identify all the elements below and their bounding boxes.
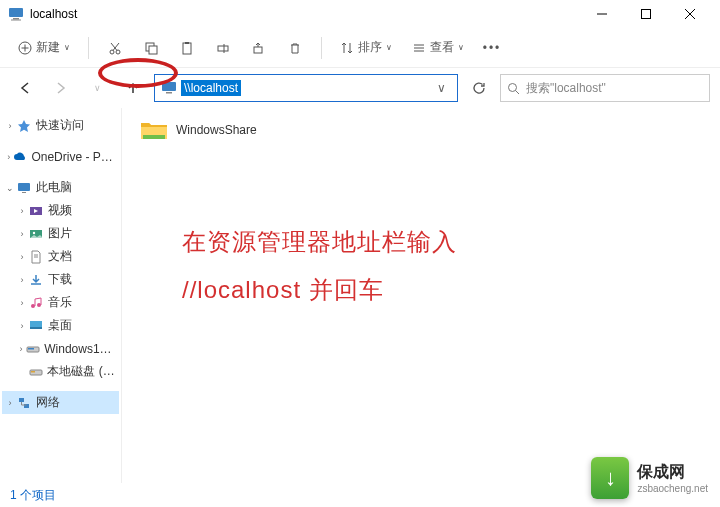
sidebar-item-videos[interactable]: › 视频 <box>2 199 119 222</box>
minimize-button[interactable] <box>580 0 624 28</box>
new-button[interactable]: 新建 ∨ <box>10 33 78 63</box>
cut-button[interactable] <box>99 33 131 63</box>
sidebar-item-network[interactable]: › 网络 <box>2 391 119 414</box>
monitor-icon <box>161 80 177 96</box>
view-button[interactable]: 查看 ∨ <box>404 33 472 63</box>
sort-button[interactable]: 排序 ∨ <box>332 33 400 63</box>
shared-folder-icon <box>140 119 168 141</box>
back-button[interactable] <box>10 73 40 103</box>
search-box[interactable]: 搜索"localhost" <box>500 74 710 102</box>
search-icon <box>507 82 520 95</box>
caret-icon: › <box>16 321 28 331</box>
sidebar-item-drive-d[interactable]: 本地磁盘 (D:) <box>2 360 119 383</box>
caret-icon: › <box>4 152 13 162</box>
maximize-button[interactable] <box>624 0 668 28</box>
status-text: 1 个项目 <box>10 487 56 504</box>
rename-button[interactable] <box>207 33 239 63</box>
svg-rect-40 <box>28 348 34 350</box>
desktop-icon <box>28 318 44 334</box>
chevron-down-icon: ∨ <box>386 43 392 52</box>
plus-circle-icon <box>18 41 32 55</box>
address-value: \\localhost <box>181 80 241 96</box>
folder-label: WindowsShare <box>176 123 257 137</box>
window-controls <box>580 0 712 28</box>
annotation-text: 在资源管理器地址栏输入 //localhost 并回车 <box>182 218 457 314</box>
svg-rect-4 <box>642 10 651 19</box>
sort-icon <box>340 41 354 55</box>
svg-rect-45 <box>143 135 165 139</box>
folder-item[interactable]: WindowsShare <box>138 116 704 144</box>
share-icon <box>252 41 266 55</box>
video-icon <box>28 203 44 219</box>
caret-icon: › <box>16 298 28 308</box>
svg-rect-42 <box>31 371 35 373</box>
network-icon <box>16 395 32 411</box>
up-button[interactable] <box>118 73 148 103</box>
drive-icon <box>28 364 44 380</box>
caret-icon: › <box>16 206 28 216</box>
sidebar-item-downloads[interactable]: › 下载 <box>2 268 119 291</box>
svg-rect-15 <box>149 46 157 54</box>
window-title: localhost <box>30 7 77 21</box>
svg-rect-20 <box>254 47 262 53</box>
close-button[interactable] <box>668 0 712 28</box>
watermark-url: zsbaocheng.net <box>637 483 708 494</box>
download-icon <box>28 272 44 288</box>
sidebar-item-desktop[interactable]: › 桌面 <box>2 314 119 337</box>
view-label: 查看 <box>430 39 454 56</box>
sidebar-item-this-pc[interactable]: ⌄ 此电脑 <box>2 176 119 199</box>
more-button[interactable]: ••• <box>476 33 508 63</box>
rename-icon <box>216 41 230 55</box>
tree-label: 桌面 <box>48 317 72 334</box>
sidebar-item-pictures[interactable]: › 图片 <box>2 222 119 245</box>
cloud-icon <box>13 149 27 165</box>
address-bar[interactable]: \\localhost ∨ <box>154 74 458 102</box>
tree-label: Windows10 (C:) <box>44 342 117 356</box>
tree-label: 文档 <box>48 248 72 265</box>
svg-rect-25 <box>166 92 172 94</box>
svg-point-35 <box>31 304 35 308</box>
copy-button[interactable] <box>135 33 167 63</box>
svg-rect-28 <box>18 183 30 191</box>
refresh-button[interactable] <box>464 74 494 102</box>
tree-label: 视频 <box>48 202 72 219</box>
share-button[interactable] <box>243 33 275 63</box>
svg-rect-2 <box>11 20 21 21</box>
tree-label: 此电脑 <box>36 179 72 196</box>
watermark-logo-icon <box>591 457 629 499</box>
forward-button[interactable] <box>46 73 76 103</box>
watermark: 保成网 zsbaocheng.net <box>591 457 708 499</box>
delete-button[interactable] <box>279 33 311 63</box>
svg-point-26 <box>509 83 517 91</box>
caret-icon: › <box>16 229 28 239</box>
tree-label: 网络 <box>36 394 60 411</box>
recent-button[interactable]: ∨ <box>82 73 112 103</box>
chevron-down-icon: ∨ <box>94 83 101 93</box>
monitor-icon <box>16 180 32 196</box>
chevron-down-icon: ∨ <box>64 43 70 52</box>
new-label: 新建 <box>36 39 60 56</box>
svg-rect-38 <box>30 327 42 329</box>
svg-rect-43 <box>19 398 24 402</box>
paste-button[interactable] <box>171 33 203 63</box>
tree-label: 快速访问 <box>36 117 84 134</box>
sidebar-item-music[interactable]: › 音乐 <box>2 291 119 314</box>
svg-rect-16 <box>183 43 191 54</box>
sidebar-item-documents[interactable]: › 文档 <box>2 245 119 268</box>
sidebar-item-drive-c[interactable]: › Windows10 (C:) <box>2 337 119 360</box>
arrow-up-icon <box>126 81 140 95</box>
sidebar-item-onedrive[interactable]: › OneDrive - Person... <box>2 145 119 168</box>
navbar: ∨ \\localhost ∨ 搜索"localhost" <box>0 68 720 108</box>
drive-icon <box>26 341 40 357</box>
sidebar-item-quick-access[interactable]: › 快速访问 <box>2 114 119 137</box>
address-dropdown[interactable]: ∨ <box>431 81 451 95</box>
separator <box>321 37 322 59</box>
monitor-icon <box>8 6 24 22</box>
main-area: › 快速访问 › OneDrive - Person... ⌄ 此电脑 › 视频… <box>0 108 720 483</box>
arrow-right-icon <box>54 81 68 95</box>
caret-icon: › <box>16 344 26 354</box>
document-icon <box>28 249 44 265</box>
caret-icon: › <box>4 121 16 131</box>
sidebar: › 快速访问 › OneDrive - Person... ⌄ 此电脑 › 视频… <box>0 108 122 483</box>
svg-rect-18 <box>218 46 228 51</box>
